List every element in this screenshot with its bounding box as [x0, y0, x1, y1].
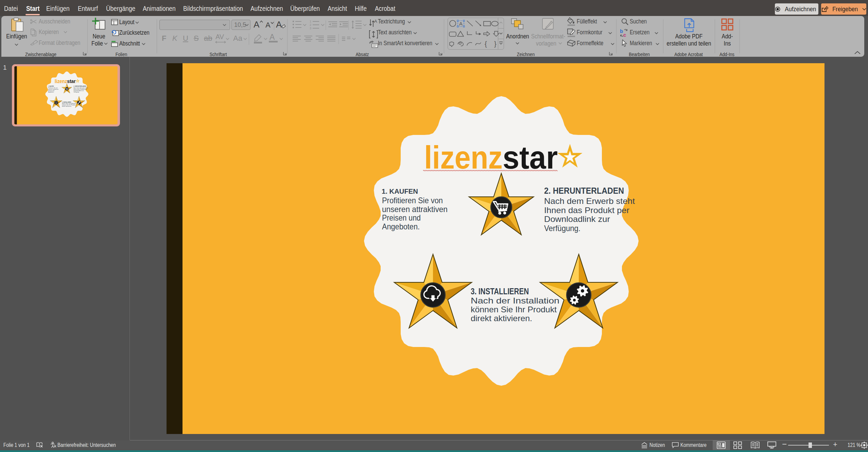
svg-text:c: c [623, 32, 626, 37]
svg-text:}: } [494, 40, 497, 48]
svg-text:A: A [459, 21, 463, 27]
svg-text:b: b [620, 29, 623, 34]
svg-text:1: 1 [310, 20, 311, 23]
svg-text:2: 2 [310, 23, 311, 27]
svg-text:{: { [485, 40, 487, 48]
svg-text:3: 3 [310, 27, 311, 30]
svg-text:A: A [374, 19, 377, 24]
